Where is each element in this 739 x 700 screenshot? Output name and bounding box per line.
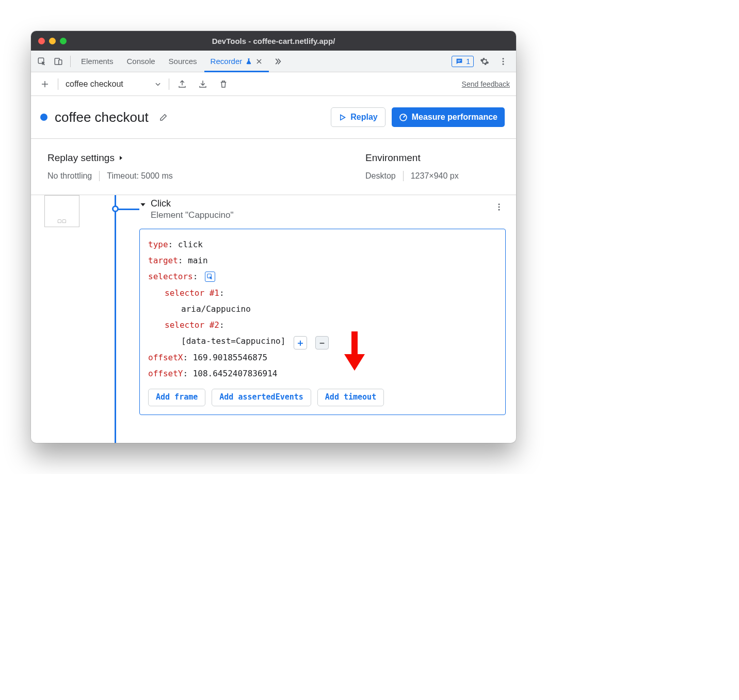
separator bbox=[70, 56, 71, 67]
inspect-element-icon[interactable] bbox=[34, 54, 50, 69]
prop-key: target bbox=[148, 256, 178, 265]
settings-row: Replay settings No throttling Timeout: 5… bbox=[31, 139, 516, 195]
prop-val[interactable]: 169.90185546875 bbox=[193, 353, 268, 362]
timeline bbox=[93, 195, 139, 443]
chevron-right-icon bbox=[118, 155, 124, 161]
import-icon[interactable] bbox=[195, 76, 211, 92]
recording-name: coffee checkout bbox=[66, 79, 123, 89]
svg-point-6 bbox=[503, 60, 504, 62]
add-recording-icon[interactable] bbox=[37, 76, 53, 92]
prop-val[interactable]: main bbox=[188, 256, 208, 265]
step-header[interactable]: Click Element "Cappucino" bbox=[139, 198, 506, 220]
add-selector-button[interactable]: ＋ bbox=[294, 336, 307, 349]
step-details: type: click target: main selectors: sele… bbox=[139, 229, 506, 415]
panel-tabs: Elements Console Sources Recorder 1 bbox=[31, 51, 516, 72]
viewport-value: 1237×940 px bbox=[411, 171, 459, 181]
delete-icon[interactable] bbox=[216, 76, 231, 92]
timeout-value: Timeout: 5000 ms bbox=[107, 171, 172, 181]
svg-point-10 bbox=[499, 209, 500, 211]
selector-key: selector #1 bbox=[165, 288, 219, 298]
perf-label: Measure performance bbox=[412, 113, 497, 122]
selector-value[interactable]: [data-test=Cappucino] bbox=[181, 336, 285, 346]
more-tabs-icon[interactable] bbox=[270, 54, 285, 69]
prop-key: type bbox=[148, 240, 168, 249]
step-menu-icon[interactable] bbox=[491, 199, 507, 215]
gear-icon[interactable] bbox=[477, 54, 492, 69]
selector-value[interactable]: aria/Cappucino bbox=[181, 304, 251, 314]
flask-icon bbox=[245, 58, 252, 65]
replay-label: Replay bbox=[350, 113, 377, 122]
add-asserted-events-button[interactable]: Add assertedEvents bbox=[212, 389, 311, 406]
device-toggle-icon[interactable] bbox=[51, 54, 66, 69]
svg-point-9 bbox=[499, 206, 500, 208]
minimize-icon[interactable] bbox=[49, 38, 56, 44]
collapse-icon bbox=[139, 201, 147, 208]
svg-point-8 bbox=[499, 203, 500, 205]
export-icon[interactable] bbox=[174, 76, 190, 92]
chevron-down-icon bbox=[154, 81, 162, 88]
pick-selector-icon[interactable] bbox=[205, 272, 215, 282]
separator bbox=[169, 78, 169, 90]
close-icon[interactable] bbox=[38, 38, 45, 44]
titlebar: DevTools - coffee-cart.netlify.app/ bbox=[31, 31, 516, 51]
selector-key: selector #2 bbox=[165, 320, 219, 330]
close-tab-icon[interactable] bbox=[255, 58, 263, 65]
recording-selector[interactable]: coffee checkout bbox=[63, 79, 164, 89]
tab-recorder[interactable]: Recorder bbox=[204, 51, 269, 72]
prop-key: offsetY bbox=[148, 369, 183, 378]
remove-selector-button[interactable]: － bbox=[315, 336, 329, 349]
svg-point-5 bbox=[503, 58, 504, 59]
svg-point-7 bbox=[503, 63, 504, 65]
add-timeout-button[interactable]: Add timeout bbox=[317, 389, 384, 406]
add-frame-button[interactable]: Add frame bbox=[148, 389, 205, 406]
prop-val[interactable]: click bbox=[178, 240, 203, 249]
prop-key: selectors bbox=[148, 272, 193, 281]
devtools-window: DevTools - coffee-cart.netlify.app/ Elem… bbox=[31, 31, 516, 443]
tab-console[interactable]: Console bbox=[121, 51, 162, 72]
environment-heading: Environment bbox=[365, 152, 500, 164]
svg-rect-2 bbox=[59, 60, 62, 65]
prop-key: offsetX bbox=[148, 353, 183, 362]
tab-elements[interactable]: Elements bbox=[75, 51, 120, 72]
prop-val[interactable]: 108.6452407836914 bbox=[193, 369, 278, 378]
tab-sources[interactable]: Sources bbox=[163, 51, 203, 72]
steps-area: ▢▢ Click Element "Cappucino" type: click… bbox=[31, 195, 516, 443]
svg-rect-4 bbox=[458, 61, 460, 61]
svg-rect-3 bbox=[458, 60, 461, 60]
step-node-icon[interactable] bbox=[112, 205, 119, 212]
play-icon bbox=[339, 114, 346, 121]
replay-button[interactable]: Replay bbox=[331, 107, 385, 127]
kebab-menu-icon[interactable] bbox=[495, 54, 511, 69]
measure-performance-button[interactable]: Measure performance bbox=[392, 107, 505, 127]
replay-settings-heading[interactable]: Replay settings bbox=[47, 152, 365, 164]
window-title: DevTools - coffee-cart.netlify.app/ bbox=[31, 37, 516, 45]
gauge-icon bbox=[399, 113, 408, 122]
recording-title: coffee checkout bbox=[55, 109, 149, 125]
recorder-toolbar: coffee checkout Send feedback bbox=[31, 72, 516, 96]
issues-count: 1 bbox=[466, 57, 470, 66]
traffic-lights bbox=[38, 38, 67, 44]
device-value: Desktop bbox=[365, 171, 396, 181]
issues-button[interactable]: 1 bbox=[452, 56, 474, 67]
recording-status-icon bbox=[40, 114, 47, 121]
throttling-value: No throttling bbox=[47, 171, 92, 181]
chat-icon bbox=[455, 57, 463, 66]
step-thumbnail: ▢▢ bbox=[44, 195, 79, 227]
separator bbox=[58, 78, 58, 90]
maximize-icon[interactable] bbox=[60, 38, 67, 44]
edit-title-icon[interactable] bbox=[156, 109, 171, 125]
step-action: Click bbox=[151, 198, 233, 209]
send-feedback-link[interactable]: Send feedback bbox=[462, 80, 510, 88]
step-subtitle: Element "Cappucino" bbox=[151, 210, 233, 220]
tab-label: Recorder bbox=[211, 57, 243, 66]
recording-header: coffee checkout Replay Measure performan… bbox=[31, 96, 516, 139]
